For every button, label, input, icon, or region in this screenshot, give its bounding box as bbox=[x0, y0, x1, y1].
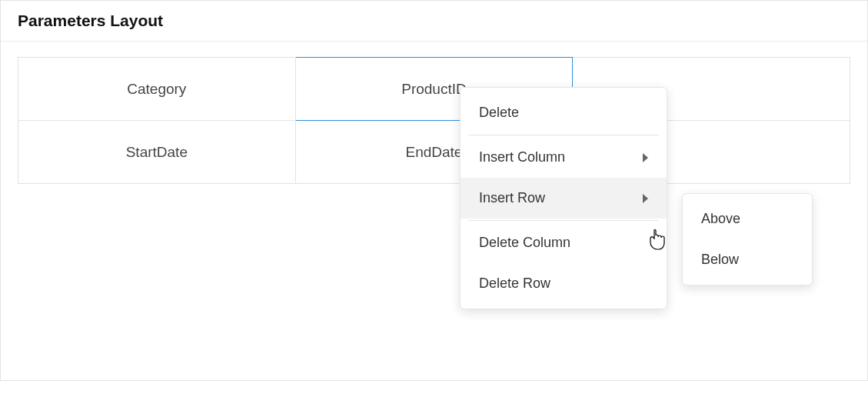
chevron-right-icon bbox=[643, 194, 648, 203]
menu-item-insert-row[interactable]: Insert Row bbox=[461, 178, 667, 219]
submenu-item-above[interactable]: Above bbox=[683, 199, 812, 239]
insert-row-submenu: Above Below bbox=[682, 193, 813, 285]
menu-divider bbox=[468, 220, 659, 221]
menu-item-label: Above bbox=[701, 211, 740, 226]
parameters-layout-panel: Parameters Layout Category ProductID Sta… bbox=[0, 0, 868, 381]
panel-body: Category ProductID StartDate EndDate Del… bbox=[1, 42, 867, 380]
menu-item-label: Insert Column bbox=[479, 149, 565, 165]
grid-cell-category[interactable]: Category bbox=[18, 58, 296, 121]
menu-item-delete[interactable]: Delete bbox=[461, 92, 667, 133]
menu-item-label: Delete Row bbox=[479, 275, 550, 292]
menu-item-label: Below bbox=[701, 252, 739, 267]
menu-item-label: Insert Row bbox=[479, 190, 545, 206]
submenu-item-below[interactable]: Below bbox=[683, 239, 812, 280]
menu-item-insert-column[interactable]: Insert Column bbox=[461, 137, 667, 178]
context-menu: Delete Insert Column Insert Row Delete C… bbox=[460, 87, 667, 309]
menu-divider bbox=[468, 135, 659, 135]
menu-item-delete-column[interactable]: Delete Column bbox=[461, 222, 667, 263]
table-row: StartDate EndDate bbox=[18, 121, 850, 184]
parameters-grid: Category ProductID StartDate EndDate bbox=[18, 57, 850, 184]
chevron-right-icon bbox=[643, 153, 648, 162]
menu-item-label: Delete Column bbox=[479, 235, 570, 251]
grid-cell-startdate[interactable]: StartDate bbox=[18, 121, 296, 184]
panel-title: Parameters Layout bbox=[1, 1, 867, 42]
menu-item-delete-row[interactable]: Delete Row bbox=[461, 263, 667, 304]
table-row: Category ProductID bbox=[18, 58, 850, 121]
menu-item-label: Delete bbox=[479, 105, 519, 121]
